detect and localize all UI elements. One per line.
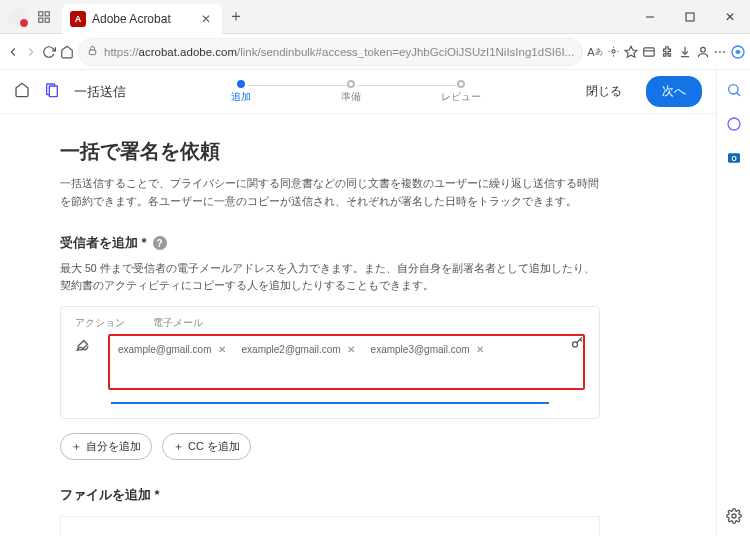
- maximize-button[interactable]: [670, 0, 710, 34]
- recipients-block: アクション 電子メール example@gmail.com✕ example2@…: [60, 306, 600, 419]
- password-icon[interactable]: [570, 335, 585, 353]
- email-chip[interactable]: example3@gmail.com✕: [371, 344, 484, 355]
- input-underline: [111, 402, 549, 404]
- remove-chip-icon[interactable]: ✕: [476, 344, 484, 355]
- step-add[interactable]: 追加: [186, 80, 296, 104]
- browser-tab[interactable]: A Adobe Acrobat ✕: [62, 4, 222, 34]
- svg-text:O: O: [731, 155, 736, 162]
- svg-marker-8: [625, 46, 637, 57]
- svg-rect-1: [45, 11, 49, 15]
- address-bar[interactable]: https://acrobat.adobe.com/link/sendinbul…: [78, 38, 583, 66]
- file-dropzone[interactable]: ドラッグ＆ドロップするか、ファイルを選択します: [60, 516, 600, 536]
- recipients-heading: 受信者を追加 * ?: [60, 234, 600, 252]
- page-content: 一括送信 追加 準備 レビュー 閉じる 次へ 一括で署名を依頼 一括送信すること…: [0, 70, 716, 536]
- back-button[interactable]: [6, 37, 20, 67]
- svg-point-19: [732, 514, 736, 518]
- email-input-highlighted[interactable]: example@gmail.com✕ example2@gmail.com✕ e…: [108, 334, 585, 390]
- step-review[interactable]: レビュー: [406, 80, 516, 104]
- svg-rect-21: [49, 86, 57, 97]
- files-section: ファイルを追加 * ドラッグ＆ドロップするか、ファイルを選択します: [60, 486, 600, 536]
- svg-rect-5: [686, 13, 694, 21]
- lock-icon: [87, 45, 98, 59]
- settings-rail-icon[interactable]: [724, 506, 744, 526]
- search-rail-icon[interactable]: [724, 80, 744, 100]
- files-heading: ファイルを追加 *: [60, 486, 600, 504]
- recipients-description: 最大 50 件まで受信者の電子メールアドレスを入力できます。また、自分自身を副署…: [60, 260, 600, 294]
- account-icon[interactable]: [696, 37, 710, 67]
- outlook-rail-icon[interactable]: O: [724, 148, 744, 168]
- window-titlebar: A Adobe Acrobat ✕ ＋ ✕: [0, 0, 750, 34]
- close-button[interactable]: 閉じる: [576, 77, 632, 106]
- minimize-button[interactable]: [630, 0, 670, 34]
- tab-title: Adobe Acrobat: [92, 12, 192, 26]
- email-chips: example@gmail.com✕ example2@gmail.com✕ e…: [118, 344, 575, 355]
- bulk-send-icon: [44, 82, 60, 101]
- profile-icon[interactable]: [8, 7, 28, 27]
- page-body: 一括で署名を依頼 一括送信することで、プライバシーに関する同意書などの同じ文書を…: [0, 114, 660, 536]
- svg-rect-9: [643, 47, 654, 55]
- recipient-column-labels: アクション 電子メール: [75, 317, 585, 330]
- menu-button[interactable]: ⋯: [714, 37, 726, 67]
- home-button[interactable]: [60, 37, 74, 67]
- svg-point-16: [728, 118, 740, 130]
- progress-steps: 追加 準備 レビュー: [140, 80, 562, 104]
- new-tab-button[interactable]: ＋: [222, 3, 250, 31]
- svg-point-12: [700, 47, 705, 52]
- svg-point-14: [728, 85, 737, 94]
- window-controls: ✕: [630, 0, 750, 34]
- svg-rect-6: [89, 50, 95, 55]
- forward-button[interactable]: [24, 37, 38, 67]
- app-header: 一括送信 追加 準備 レビュー 閉じる 次へ: [0, 70, 716, 114]
- svg-line-15: [736, 93, 739, 96]
- downloads-icon[interactable]: [678, 37, 692, 67]
- url-text: https://acrobat.adobe.com/link/sendinbul…: [104, 46, 574, 58]
- svg-rect-0: [39, 11, 43, 15]
- titlebar-left: [0, 7, 54, 27]
- signer-icon[interactable]: [75, 338, 90, 356]
- bulk-send-label: 一括送信: [74, 83, 126, 101]
- remove-chip-icon[interactable]: ✕: [347, 344, 355, 355]
- remove-chip-icon[interactable]: ✕: [218, 344, 226, 355]
- close-window-button[interactable]: ✕: [710, 0, 750, 34]
- tab-close-button[interactable]: ✕: [198, 11, 214, 27]
- help-icon[interactable]: ?: [153, 236, 167, 250]
- copilot-icon[interactable]: [730, 37, 746, 67]
- text-size-icon[interactable]: Aあ: [587, 37, 602, 67]
- collections-icon[interactable]: [642, 37, 656, 67]
- email-column-label: 電子メール: [153, 317, 203, 330]
- page-title: 一括で署名を依頼: [60, 138, 600, 165]
- svg-rect-3: [45, 18, 49, 22]
- extensions-icon[interactable]: [660, 37, 674, 67]
- acrobat-favicon: A: [70, 11, 86, 27]
- step-prepare[interactable]: 準備: [296, 80, 406, 104]
- copilot-rail-icon[interactable]: [724, 114, 744, 134]
- workspaces-icon[interactable]: [34, 7, 54, 27]
- page-intro: 一括送信することで、プライバシーに関する同意書などの同じ文書を複数のユーザーに繰…: [60, 175, 600, 210]
- email-chip[interactable]: example2@gmail.com✕: [242, 344, 355, 355]
- action-column-label: アクション: [75, 317, 125, 330]
- refresh-button[interactable]: [42, 37, 56, 67]
- sidebar-rail: O: [716, 70, 750, 536]
- svg-point-7: [611, 50, 614, 53]
- add-cc-button[interactable]: ＋CC を追加: [162, 433, 251, 460]
- svg-rect-2: [39, 18, 43, 22]
- add-self-button[interactable]: ＋自分を追加: [60, 433, 152, 460]
- reader-icon[interactable]: [607, 37, 620, 67]
- next-button[interactable]: 次へ: [646, 76, 702, 107]
- app-home-icon[interactable]: [14, 82, 30, 101]
- recipient-extra-buttons: ＋自分を追加 ＋CC を追加: [60, 433, 600, 460]
- recipient-row: example@gmail.com✕ example2@gmail.com✕ e…: [75, 334, 585, 390]
- email-chip[interactable]: example@gmail.com✕: [118, 344, 226, 355]
- favorite-icon[interactable]: [624, 37, 638, 67]
- browser-toolbar: https://acrobat.adobe.com/link/sendinbul…: [0, 34, 750, 70]
